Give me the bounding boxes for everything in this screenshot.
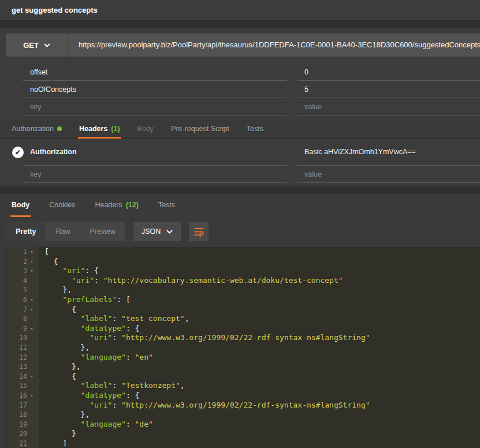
json-punctuation: }, [44, 362, 81, 371]
fold-toggle-icon[interactable]: ▾ [27, 266, 36, 276]
gutter-cell: 14▾ [5, 372, 39, 382]
gutter-cell: 3▾ [5, 266, 39, 276]
param-key-field[interactable]: offset [23, 64, 287, 81]
json-string: "de" [135, 420, 153, 428]
line-number: 21 [5, 439, 27, 448]
fold-toggle-icon[interactable]: ▾ [27, 391, 36, 401]
param-value-field[interactable]: 5 [297, 81, 480, 98]
view-mode-pretty[interactable]: Pretty [6, 222, 46, 241]
gutter-cell: 8 [5, 314, 39, 324]
tab-pre-request-script[interactable]: Pre-request Script [170, 120, 230, 139]
response-tab-headers[interactable]: Headers(12) [94, 194, 139, 217]
code-line: 10 "uri": "http://www.w3.org/1999/02/22-… [5, 333, 480, 343]
header-value-field[interactable]: value [297, 166, 480, 183]
tab-label: Body [12, 201, 29, 209]
json-punctuation: { [44, 305, 76, 313]
url-input[interactable]: https://preview.poolparty.biz/PoolParty/… [68, 33, 480, 57]
tab-count-badge: (1) [111, 125, 120, 133]
fold-toggle-icon[interactable]: ▾ [27, 372, 36, 382]
fold-toggle-icon[interactable]: ▾ [27, 257, 36, 267]
response-tab-tests[interactable]: Tests [157, 194, 176, 217]
param-key-field[interactable]: noOfConcepts [23, 81, 287, 98]
code-text: }, [39, 285, 72, 295]
param-value-field[interactable]: value [297, 98, 480, 115]
gutter-cell: 16▾ [5, 391, 39, 401]
json-punctuation: : [112, 333, 121, 342]
section-divider [0, 21, 480, 28]
code-line: 6▾ "prefLabels": [ [5, 295, 480, 305]
response-tabs: BodyCookiesHeaders(12)Tests [0, 194, 480, 217]
line-number: 19 [5, 420, 27, 430]
method-dropdown[interactable]: GET [6, 33, 68, 57]
tab-label: Tests [247, 125, 263, 133]
wrap-text-button[interactable] [189, 222, 209, 241]
gutter-cell: 12 [5, 353, 39, 363]
chevron-down-icon [166, 230, 173, 234]
json-punctuation: [ [44, 247, 49, 256]
tab-headers[interactable]: Headers(1) [78, 120, 121, 139]
response-panel: BodyCookiesHeaders(12)Tests PrettyRawPre… [0, 194, 480, 448]
code-line: 7▾ { [5, 305, 480, 315]
gutter-cell: 18 [5, 410, 39, 420]
tab-label: Cookies [49, 201, 75, 209]
json-key: "label" [44, 314, 112, 323]
tab-label: Headers [79, 125, 107, 133]
line-number: 20 [5, 429, 27, 439]
tab-label: Authorization [12, 125, 54, 133]
tab-tests[interactable]: Tests [245, 120, 265, 139]
code-line: 15 "label": "Testkonzept", [5, 381, 480, 391]
view-mode-raw[interactable]: Raw [46, 222, 80, 241]
response-body-viewer: 1▾[2▾ {3▾ "uri": {4 "uri": "http://vocab… [5, 247, 480, 448]
tab-authorization[interactable]: Authorization [10, 120, 63, 139]
code-text: "datatype": { [39, 324, 139, 334]
fold-toggle-icon[interactable]: ▾ [27, 295, 36, 305]
format-dropdown[interactable]: JSON [133, 222, 181, 241]
tab-body[interactable]: Body [136, 120, 155, 139]
json-punctuation: }, [44, 410, 90, 419]
header-key-field[interactable]: key [23, 166, 287, 183]
json-key: "language" [44, 420, 126, 428]
code-text: }, [39, 343, 90, 353]
line-number: 1 [5, 247, 27, 257]
line-number: 7 [5, 305, 27, 315]
header-value-field[interactable]: Basic aHViZXJmOmh1YmVwcA== [297, 139, 480, 166]
param-row: offset0 [0, 64, 480, 81]
auth-valid-dot-icon [57, 126, 62, 131]
json-key: "uri" [44, 401, 112, 409]
gutter-cell: 1▾ [5, 247, 39, 257]
fold-toggle-icon[interactable]: ▾ [27, 247, 36, 257]
response-tab-body[interactable]: Body [10, 194, 31, 217]
line-number: 8 [5, 314, 27, 324]
header-key-field[interactable]: Authorization [23, 139, 287, 166]
tab-label: Tests [158, 201, 175, 209]
json-punctuation: }, [44, 343, 90, 352]
header-row-empty: keyvalue [0, 166, 480, 183]
fold-toggle-icon[interactable]: ▾ [27, 324, 36, 334]
view-mode-switch: PrettyRawPreview [6, 222, 125, 241]
response-tab-cookies[interactable]: Cookies [48, 194, 76, 217]
json-punctuation: : [112, 401, 121, 409]
json-key: "datatype" [44, 324, 126, 333]
json-punctuation: { [44, 372, 76, 380]
headers-editor: ✔AuthorizationBasic aHViZXJmOmh1YmVwcA==… [0, 139, 480, 186]
json-punctuation: : [112, 381, 121, 390]
gutter-cell: 17 [5, 401, 39, 410]
enabled-checkbox[interactable]: ✔ [12, 147, 24, 158]
code-line: 5 }, [5, 285, 480, 295]
param-value-field[interactable]: 0 [297, 64, 480, 81]
gutter-cell: 2▾ [5, 257, 39, 267]
chevron-down-icon [44, 43, 50, 47]
line-number: 17 [5, 401, 27, 410]
line-number: 12 [5, 353, 27, 363]
fold-toggle-icon[interactable]: ▾ [27, 305, 36, 315]
request-title: get suggested concepts [0, 0, 480, 21]
code-text: "datatype": { [39, 391, 139, 401]
json-string: "Testkonzept" [121, 381, 180, 390]
gutter-cell: 19 [5, 420, 39, 430]
param-key-field[interactable]: key [23, 98, 287, 115]
tab-count-badge: (12) [126, 201, 139, 209]
code-line: 3▾ "uri": { [5, 266, 480, 276]
json-punctuation: : [126, 420, 135, 428]
view-mode-preview[interactable]: Preview [80, 222, 125, 241]
gutter-cell: 10 [5, 333, 39, 343]
